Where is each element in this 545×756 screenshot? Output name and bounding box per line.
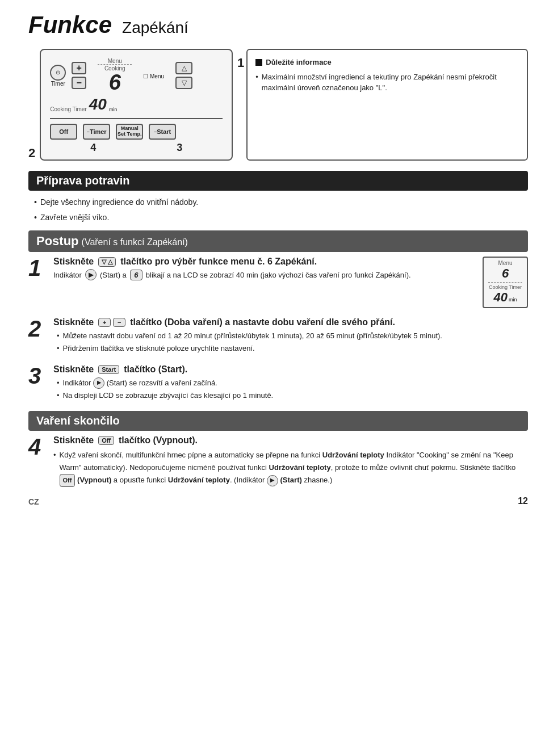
udrzovani-bold-1: Udržování teploty: [322, 451, 384, 459]
black-square-icon: [255, 59, 262, 66]
info-box-bullet-1: • Maximální množství ingrediencí a tekut…: [255, 72, 519, 94]
num-4: 4: [90, 142, 96, 154]
mini-40: 40: [494, 290, 508, 305]
info-box-title: Důležité informace: [255, 57, 519, 68]
priprava-header: Příprava potravin: [28, 171, 528, 191]
step-4-off-inline[interactable]: Off: [60, 474, 76, 487]
step-3-bullets: • Indikátor ▶ (Start) se rozsvítí a vaře…: [57, 377, 528, 402]
step-1-num-icon: 6: [130, 270, 142, 280]
start-button-area: – Start: [149, 124, 176, 140]
step-4-main-text: Stiskněte Off tlačítko (Vypnout).: [53, 435, 528, 446]
step-4-stisknete: Stiskněte: [53, 435, 94, 446]
page-header: Funkce Zapékání: [28, 11, 528, 39]
postup-title-sub: (Vaření s funkcí Zapékání): [82, 237, 188, 247]
step-2-number: 2: [28, 317, 45, 340]
step-4-off-button[interactable]: Off: [98, 436, 114, 445]
bottom-text-block: • Když vaření skončí, multifunkční hrnec…: [53, 449, 528, 487]
step-4-bullet-1: • Když vaření skončí, multifunkční hrnec…: [53, 449, 528, 487]
min-label: min: [109, 107, 118, 112]
panel-nums: 4 3: [50, 142, 223, 154]
cooking-timer-label: Cooking Timer: [50, 106, 86, 112]
timer-button-area2: – Timer: [83, 124, 110, 140]
info-box-bullet-1-text: Maximální množství ingrediencí a tekutin…: [262, 72, 519, 94]
step-3-bullet-2-text: Na displeji LCD se zobrazuje zbývající č…: [63, 389, 274, 402]
step-4-number: 4: [28, 435, 45, 458]
step-2-plus-minus: + −: [98, 318, 125, 327]
page-number: 12: [518, 496, 528, 506]
step-1-number: 1: [28, 257, 45, 279]
step-4-rest-text: tlačítko (Vypnout).: [119, 435, 198, 446]
step-3-row: 3 Stiskněte Start tlačítko (Start). • In…: [28, 364, 528, 402]
start-button[interactable]: – Start: [149, 124, 176, 140]
info-box: Důležité informace • Maximální množství …: [246, 49, 528, 161]
step-1-content: Stiskněte ▽ △ tlačítko pro výběr funkce …: [53, 257, 475, 280]
plus-button[interactable]: +: [72, 62, 86, 74]
step-2-main-text: Stiskněte + − tlačítko (Doba vaření) a n…: [53, 317, 528, 327]
timer-button2[interactable]: – Timer: [83, 124, 110, 140]
info-box-title-text: Důležité informace: [266, 57, 332, 68]
menu-label: Menu: [108, 58, 122, 64]
start-bold: (Start): [280, 476, 302, 484]
postup-title-main: Postup: [36, 234, 79, 248]
priprava-bullet-2: • Zavřete vnější víko.: [34, 211, 528, 225]
step-2-plus-button[interactable]: +: [98, 318, 111, 327]
timer-label: Timer: [51, 81, 65, 87]
step-4-start-icon: ▶: [267, 475, 278, 486]
plus-minus-col: + −: [72, 62, 86, 89]
priprava-bullet-2-text: Zavřete vnější víko.: [40, 211, 109, 225]
arrow-up-button[interactable]: △: [175, 62, 192, 74]
panel-diagram: 1 ⊙ Timer + − Menu Coo: [40, 49, 233, 161]
priprava-bullet-1: • Dejte všechny ingredience do vnitřní n…: [34, 195, 528, 209]
vypnout-bold: (Vypnout): [77, 476, 111, 484]
step-1-row: 1 Stiskněte ▽ △ tlačítko pro výběr funkc…: [28, 257, 528, 308]
arrow-down-button[interactable]: ▽: [175, 77, 192, 89]
off-button[interactable]: Off: [50, 124, 77, 140]
menu-icon-label: ☐ Menu: [143, 73, 164, 79]
step-2-bullets: • Můžete nastavit dobu vaření od 1 až 20…: [57, 330, 528, 355]
step-1-stisknete: Stiskněte: [53, 257, 94, 267]
step-3-start-button[interactable]: Start: [98, 365, 119, 374]
udrzovani-bold-2: Udržování teploty: [269, 463, 331, 472]
step-1-arrow-button[interactable]: ▽ △: [98, 257, 116, 267]
step-4-body-text: Když vaření skončí, multifunkční hrnec p…: [60, 449, 528, 487]
step-3-stisknete: Stiskněte: [53, 364, 94, 375]
panel-row3: Off – Timer Manual Set Temp.: [50, 118, 223, 140]
step-2-bullet-2-text: Přidržením tlačítka ve stisknuté poloze …: [63, 342, 255, 355]
step-2-bullet-1-text: Můžete nastavit dobu vaření od 1 až 20 m…: [63, 330, 442, 342]
mini-menu-label: Menu: [488, 260, 522, 266]
menu-icon-area: ☐ Menu: [143, 71, 164, 80]
arrow-buttons: △ ▽: [175, 62, 192, 89]
postup-header: Postup (Vaření s funkcí Zapékání): [28, 230, 528, 252]
priprava-bullet-1-text: Dejte všechny ingredience do vnitřní nád…: [40, 195, 198, 209]
timer-button-area: ⊙ Timer: [50, 65, 66, 87]
minus-button[interactable]: −: [72, 77, 86, 89]
vareni-header: Vaření skončilo: [28, 411, 528, 431]
priprava-bullets: • Dejte všechny ingredience do vnitřní n…: [34, 195, 528, 225]
panel-row2: Cooking Timer 40 min: [50, 96, 223, 112]
timer-icon: ⊙: [50, 65, 66, 81]
cz-label: CZ: [28, 497, 39, 506]
step-1-start-icon: ▶: [85, 269, 97, 280]
step-3-main-text: Stiskněte Start tlačítko (Start).: [53, 364, 528, 375]
mini-min: min: [509, 297, 517, 303]
step-1-rest-text: tlačítko pro výběr funkce menu č. 6 Zapé…: [120, 257, 317, 267]
step-3-bullet-1: • Indikátor ▶ (Start) se rozsvítí a vaře…: [57, 377, 528, 389]
step-1-ind-start: (Start) a: [100, 271, 127, 279]
step-3-rest-text: tlačítko (Start).: [124, 364, 187, 375]
panel-label-2: 2: [28, 146, 35, 161]
num-3: 3: [177, 142, 182, 154]
udrzovani-bold-3: Udržování teploty: [168, 476, 230, 484]
page-title-sub: Zapékání: [122, 19, 188, 37]
step-3-content: Stiskněte Start tlačítko (Start). • Indi…: [53, 364, 528, 402]
step-3-start-icon: ▶: [93, 377, 104, 389]
step-1-ind-prefix: Indikátor: [53, 271, 82, 279]
step-2-rest-text: tlačítko (Doba vaření) a nastavte dobu v…: [130, 317, 395, 327]
panel-row1: ⊙ Timer + − Menu Cooking 6: [50, 58, 223, 93]
mini-cooking-label: Cooking Timer: [488, 284, 522, 290]
step-3-bullet-2: • Na displeji LCD se zobrazuje zbývající…: [57, 389, 528, 402]
manual-set-button[interactable]: Manual Set Temp.: [116, 124, 143, 140]
step-1-mini-display: Menu 6 Cooking Timer 40 min: [483, 257, 528, 308]
step-2-row: 2 Stiskněte + − tlačítko (Doba vaření) a…: [28, 317, 528, 355]
manual-set-button-area: Manual Set Temp.: [116, 124, 143, 140]
step-2-minus-button[interactable]: −: [113, 318, 125, 327]
